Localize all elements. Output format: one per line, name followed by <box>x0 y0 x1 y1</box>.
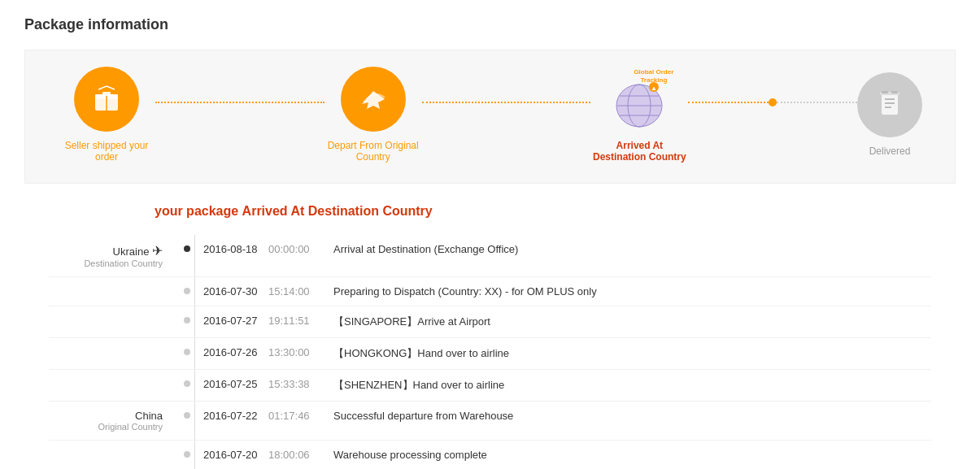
active-dot <box>769 98 777 106</box>
table-row: China Original Country 2016-07-22 01:17:… <box>49 402 931 441</box>
svg-rect-3 <box>102 92 111 96</box>
location-col: China Original Country <box>49 410 179 432</box>
time-col: 18:00:06 <box>268 449 333 461</box>
table-row: 2016-07-30 15:14:00 Preparing to Dispatc… <box>49 277 931 306</box>
step-circle-shipped <box>74 67 139 132</box>
plane-icon-small: ✈ <box>152 244 163 258</box>
event-col: 【SINGAPORE】Arrive at Airport <box>333 315 931 329</box>
time-col: 01:17:46 <box>268 410 333 422</box>
step-circle-arrived: ▲ Global OrderTracking <box>607 67 672 132</box>
dots-3a <box>688 102 769 103</box>
svg-rect-18 <box>891 91 898 93</box>
tracking-table: Ukraine ✈ Destination Country 2016-08-18… <box>49 235 931 469</box>
page-container: Package information Seller shipped your … <box>0 0 980 469</box>
tracking-section: Ukraine ✈ Destination Country 2016-08-18… <box>24 235 956 469</box>
timeline-dot <box>184 451 190 458</box>
globe-label: Global OrderTracking <box>631 68 676 84</box>
dots-1 <box>155 102 324 103</box>
status-prefix: your package <box>155 204 238 218</box>
step-label-delivered: Delivered <box>869 145 911 157</box>
step-circle-depart <box>341 67 406 132</box>
page-title: Package information <box>24 16 956 33</box>
dot-col <box>179 315 195 324</box>
dot-col <box>179 285 195 294</box>
step-label-depart: Depart From Original Country <box>324 140 422 163</box>
timeline-dot <box>184 317 190 324</box>
progress-section: Seller shipped your order Depart From Or… <box>24 50 956 184</box>
step-shipped: Seller shipped your order <box>58 67 155 163</box>
table-row: 2016-07-25 15:33:38 【SHENZHEN】Hand over … <box>49 370 931 402</box>
timeline-dot <box>184 288 190 294</box>
location-sub: Destination Country <box>49 258 163 268</box>
location-sub: Original Country <box>49 422 163 432</box>
time-col: 00:00:00 <box>268 243 333 255</box>
step-depart: Depart From Original Country <box>324 67 422 163</box>
status-highlight: Arrived At Destination Country <box>242 204 433 218</box>
dots-2 <box>422 102 591 103</box>
status-text: your package Arrived At Destination Coun… <box>155 204 956 219</box>
step-circle-delivered <box>857 72 922 137</box>
step-delivered: Delivered <box>857 72 922 157</box>
time-col: 15:14:00 <box>268 285 333 297</box>
step-label-arrived: Arrived At Destination Country <box>590 140 688 163</box>
date-col: 2016-07-22 <box>195 410 268 422</box>
table-row: 2016-07-26 13:30:00 【HONGKONG】Hand over … <box>49 338 931 370</box>
date-col: 2016-07-25 <box>195 378 268 390</box>
event-col: Preparing to Dispatch (Country: XX) - fo… <box>333 285 931 297</box>
time-col: 13:30:00 <box>268 346 333 358</box>
date-col: 2016-07-20 <box>195 449 268 461</box>
timeline-dot <box>184 245 190 252</box>
svg-text:▲: ▲ <box>651 85 657 92</box>
time-col: 19:11:51 <box>268 315 333 327</box>
date-col: 2016-07-26 <box>195 346 268 358</box>
location-name: China <box>49 410 163 422</box>
dot-col <box>179 243 195 252</box>
event-col: 【HONGKONG】Hand over to airline <box>333 346 931 361</box>
connector-3 <box>688 98 857 106</box>
event-col: Successful departure from Warehouse <box>333 410 931 422</box>
dots-3b <box>777 102 857 103</box>
time-col: 15:33:38 <box>268 378 333 390</box>
date-col: 2016-07-30 <box>195 285 268 297</box>
timeline-dot <box>184 349 190 355</box>
connector-1 <box>155 102 324 103</box>
table-row: 2016-07-27 19:11:51 【SINGAPORE】Arrive at… <box>49 306 931 338</box>
dot-col <box>179 378 195 387</box>
step-label-shipped: Seller shipped your order <box>58 140 155 163</box>
doc-icon <box>873 89 906 121</box>
date-col: 2016-07-27 <box>195 315 268 327</box>
dot-col <box>179 346 195 355</box>
progress-steps: Seller shipped your order Depart From Or… <box>58 67 922 163</box>
step-arrived: ▲ Global OrderTracking Arrived At Destin… <box>590 67 688 163</box>
date-col: 2016-08-18 <box>195 243 268 255</box>
location-col: Ukraine ✈ Destination Country <box>49 243 179 268</box>
dot-col <box>179 410 195 419</box>
table-row: 2016-07-20 18:00:06 Warehouse processing… <box>49 441 931 469</box>
location-name: Ukraine ✈ <box>49 243 163 258</box>
event-col: Arrival at Destination (Exchange Office) <box>333 243 931 255</box>
svg-rect-17 <box>882 91 888 93</box>
event-col: Warehouse processing complete <box>333 449 931 461</box>
connector-2 <box>422 102 591 103</box>
dot-col <box>179 449 195 458</box>
event-col: 【SHENZHEN】Hand over to airline <box>333 378 931 393</box>
box-icon <box>90 83 123 115</box>
plane-icon <box>355 81 391 117</box>
table-row: Ukraine ✈ Destination Country 2016-08-18… <box>49 235 931 277</box>
timeline-dot <box>184 412 190 419</box>
timeline-dot <box>184 380 190 387</box>
